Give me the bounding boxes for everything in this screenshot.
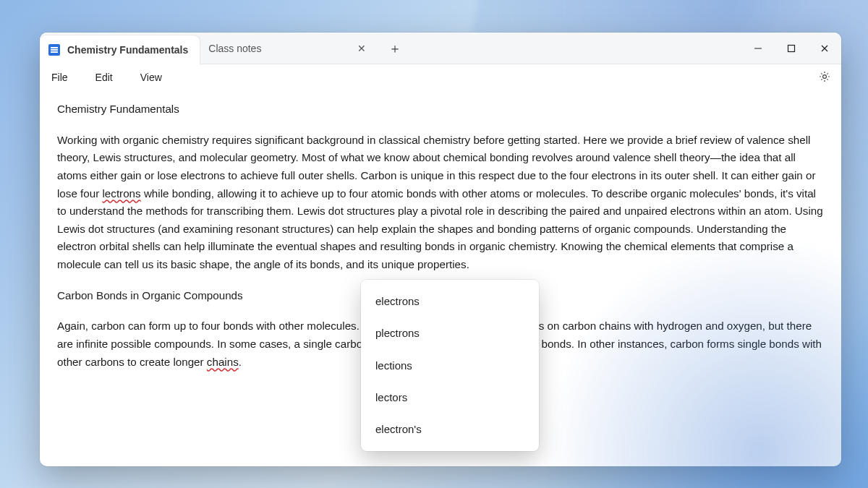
p1-part-b: while bonding, allowing it to achieve up… — [57, 187, 823, 271]
spell-suggestion-1[interactable]: plectrons — [361, 317, 539, 349]
misspelled-word-lectrons[interactable]: lectrons — [102, 187, 140, 200]
titlebar-drag-region[interactable] — [409, 33, 741, 64]
tab-class-notes[interactable]: Class notes ✕ — [200, 33, 380, 64]
svg-rect-1 — [788, 45, 795, 51]
menubar: File Edit View — [40, 64, 841, 90]
spell-suggestion-4[interactable]: electron's — [361, 414, 539, 445]
paragraph-1: Working with organic chemistry requires … — [57, 132, 824, 274]
text-editor[interactable]: Chemistry Fundamentals Working with orga… — [40, 90, 841, 466]
notepad-icon — [48, 44, 60, 56]
new-tab-button[interactable]: ＋ — [380, 33, 409, 64]
close-tab-icon[interactable]: ✕ — [354, 43, 369, 54]
spell-suggestion-3[interactable]: lectors — [361, 382, 539, 414]
maximize-button[interactable] — [775, 33, 808, 64]
menu-file[interactable]: File — [50, 69, 69, 86]
notepad-window: Chemistry Fundamentals Class notes ✕ ＋ F… — [40, 33, 841, 466]
tab-title-inactive: Class notes — [208, 43, 261, 54]
tab-chemistry-fundamentals[interactable]: Chemistry Fundamentals — [40, 35, 200, 64]
settings-button[interactable] — [818, 70, 831, 85]
tab-title-active: Chemistry Fundamentals — [67, 44, 188, 56]
menu-view[interactable]: View — [139, 69, 163, 86]
misspelled-word-chains[interactable]: chains — [207, 356, 239, 368]
svg-point-4 — [823, 74, 827, 78]
gear-icon — [818, 70, 831, 83]
menu-edit[interactable]: Edit — [94, 69, 114, 86]
close-window-button[interactable] — [808, 33, 841, 64]
titlebar: Chemistry Fundamentals Class notes ✕ ＋ — [40, 33, 841, 64]
spellcheck-context-menu: electrons plectrons lections lectors ele… — [361, 280, 539, 451]
minimize-button[interactable] — [741, 33, 775, 64]
spell-suggestion-2[interactable]: lections — [361, 350, 539, 382]
spell-suggestion-0[interactable]: electrons — [361, 286, 539, 317]
p2-part-b: . — [239, 356, 242, 368]
document-title: Chemistry Fundamentals — [57, 100, 824, 119]
